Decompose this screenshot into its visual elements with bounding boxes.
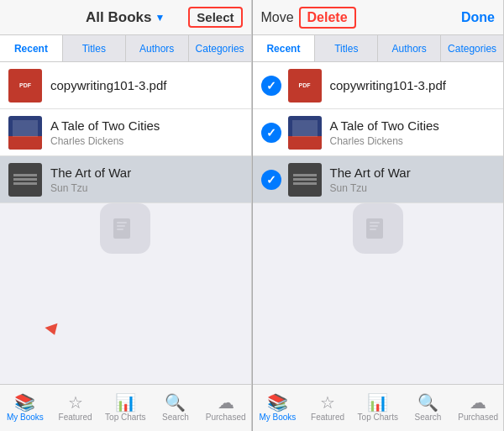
book-author-tale-left: Charles Dickens [50, 135, 243, 147]
book-info-tale-left: A Tale of Two Cities Charles Dickens [50, 118, 243, 147]
placeholder-icon-left [100, 203, 150, 254]
right-tabs: Recent Titles Authors Categories [253, 35, 504, 62]
select-button[interactable]: Select [188, 7, 242, 28]
all-books-label: All Books [86, 9, 151, 26]
book-info-pdf-right: copywriting101-3.pdf [330, 78, 496, 93]
tab-recent-right[interactable]: Recent [253, 35, 316, 61]
check-war-right [261, 170, 281, 190]
move-button[interactable]: Move [261, 10, 294, 25]
svg-rect-6 [370, 225, 378, 227]
book-item-war-left[interactable]: The Art of War Sun Tzu [0, 156, 251, 203]
book-item-tale-left[interactable]: A Tale of Two Cities Charles Dickens [0, 109, 251, 156]
left-book-list: PDF copywriting101-3.pdf A Tale of Two C… [0, 62, 251, 384]
svg-rect-3 [117, 229, 123, 230]
topcharts-icon-right: 📊 [367, 394, 388, 411]
book-author-war-left: Sun Tzu [50, 182, 243, 194]
topcharts-icon-left: 📊 [115, 394, 136, 411]
book-author-tale-right: Charles Dickens [330, 135, 496, 147]
check-tale-right [261, 123, 281, 143]
tabbar-purchased-right[interactable]: ☁ Purchased [453, 385, 503, 431]
purchased-icon-right: ☁ [470, 394, 486, 411]
right-placeholder [253, 203, 504, 254]
book-title-pdf-right: copywriting101-3.pdf [330, 78, 496, 93]
book-title-pdf-left: copywriting101-3.pdf [50, 78, 243, 93]
tab-titles-right[interactable]: Titles [315, 35, 378, 61]
book-title-tale-right: A Tale of Two Cities [330, 118, 496, 134]
tab-titles-left[interactable]: Titles [63, 35, 126, 61]
book-item-pdf-left[interactable]: PDF copywriting101-3.pdf [0, 62, 251, 109]
book-author-war-right: Sun Tzu [330, 182, 496, 194]
mybooks-icon-left: 📚 [14, 394, 35, 411]
search-label-left: Search [162, 413, 189, 422]
tabbar-mybooks-right[interactable]: 📚 My Books [253, 385, 303, 431]
book-item-tale-right[interactable]: A Tale of Two Cities Charles Dickens [253, 109, 504, 156]
book-title-war-right: The Art of War [330, 166, 496, 181]
right-panel: Move Delete Done Recent Titles Authors C… [253, 0, 505, 431]
left-placeholder [0, 203, 251, 254]
mybooks-icon-right: 📚 [267, 394, 288, 411]
left-tabs: Recent Titles Authors Categories [0, 35, 251, 62]
tabbar-topcharts-left[interactable]: 📊 Top Charts [100, 385, 150, 431]
book-item-pdf-right[interactable]: PDF copywriting101-3.pdf [253, 62, 504, 109]
tabbar-purchased-left[interactable]: ☁ Purchased [201, 385, 251, 431]
mybooks-label-left: My Books [7, 413, 44, 422]
featured-label-right: Featured [311, 413, 344, 422]
tabbar-search-right[interactable]: 🔍 Search [403, 385, 454, 431]
search-icon-right: 🔍 [417, 394, 438, 411]
book-cover-tale-right [288, 116, 322, 150]
featured-icon-right: ☆ [320, 394, 335, 411]
book-title-tale-left: A Tale of Two Cities [50, 118, 243, 134]
svg-rect-5 [370, 222, 380, 223]
book-info-pdf-left: copywriting101-3.pdf [50, 78, 243, 93]
tab-categories-left[interactable]: Categories [189, 35, 251, 61]
tabbar-featured-left[interactable]: ☆ Featured [50, 385, 101, 431]
book-cover-pdf-right: PDF [288, 69, 322, 102]
tab-authors-right[interactable]: Authors [378, 35, 441, 61]
delete-button[interactable]: Delete [299, 7, 356, 29]
done-button[interactable]: Done [461, 10, 495, 25]
left-tab-bar: 📚 My Books ☆ Featured 📊 Top Charts 🔍 Sea… [0, 384, 251, 431]
book-item-war-right[interactable]: The Art of War Sun Tzu [253, 156, 504, 203]
book-cover-war-right [288, 163, 322, 197]
book-info-war-left: The Art of War Sun Tzu [50, 166, 243, 194]
tabbar-featured-right[interactable]: ☆ Featured [302, 385, 353, 431]
book-info-war-right: The Art of War Sun Tzu [330, 166, 496, 194]
left-header: All Books ▼ Select [0, 0, 251, 35]
tab-categories-right[interactable]: Categories [441, 35, 503, 61]
tabbar-mybooks-left[interactable]: 📚 My Books [0, 385, 50, 431]
right-book-list: PDF copywriting101-3.pdf A Tale of Two C… [253, 62, 504, 384]
purchased-icon-left: ☁ [218, 394, 234, 411]
check-pdf-right [261, 76, 281, 96]
book-cover-pdf-left: PDF [8, 69, 42, 102]
purchased-label-left: Purchased [206, 413, 246, 422]
left-header-title: All Books ▼ [86, 9, 165, 26]
book-info-tale-right: A Tale of Two Cities Charles Dickens [330, 118, 496, 147]
featured-label-left: Featured [59, 413, 92, 422]
right-header: Move Delete Done [253, 0, 504, 35]
left-panel: All Books ▼ Select Recent Titles Authors… [0, 0, 252, 431]
tabbar-topcharts-right[interactable]: 📊 Top Charts [353, 385, 403, 431]
book-cover-war-left [8, 163, 42, 197]
svg-rect-1 [117, 222, 127, 223]
svg-rect-7 [370, 229, 376, 230]
topcharts-label-right: Top Charts [358, 413, 398, 422]
svg-rect-2 [117, 225, 125, 227]
tab-authors-left[interactable]: Authors [126, 35, 189, 61]
purchased-label-right: Purchased [458, 413, 498, 422]
search-icon-left: 🔍 [165, 394, 186, 411]
right-tab-bar: 📚 My Books ☆ Featured 📊 Top Charts 🔍 Sea… [253, 384, 504, 431]
tabbar-search-left[interactable]: 🔍 Search [150, 385, 201, 431]
tab-recent-left[interactable]: Recent [0, 35, 63, 61]
placeholder-icon-right [353, 203, 403, 254]
topcharts-label-left: Top Charts [105, 413, 145, 422]
book-cover-tale-left [8, 116, 42, 150]
book-title-war-left: The Art of War [50, 166, 243, 181]
all-books-chevron: ▼ [155, 12, 165, 24]
search-label-right: Search [415, 413, 442, 422]
mybooks-label-right: My Books [259, 413, 296, 422]
featured-icon-left: ☆ [68, 394, 83, 411]
